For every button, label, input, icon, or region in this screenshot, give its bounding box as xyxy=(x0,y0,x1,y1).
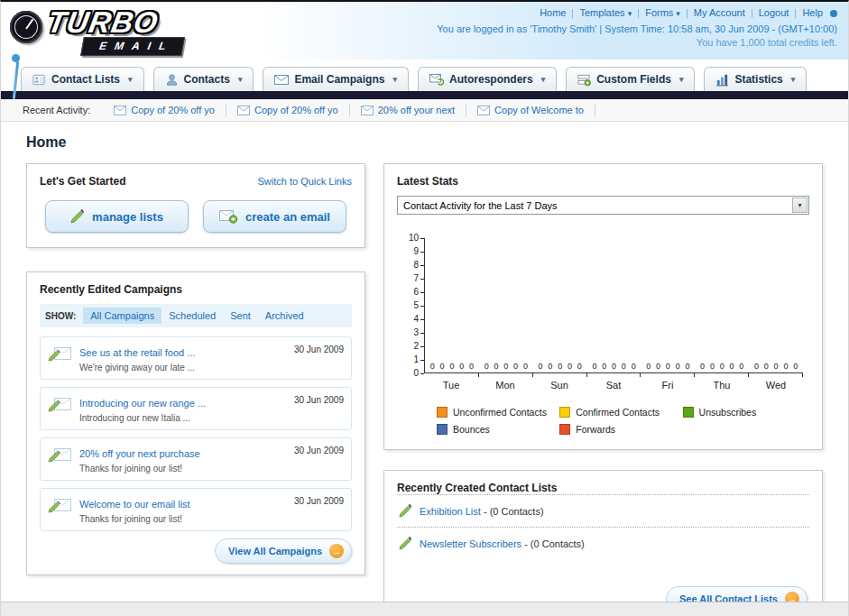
tab-archived[interactable]: Archived xyxy=(258,308,311,324)
pencil-icon xyxy=(70,209,85,224)
campaign-row[interactable]: Welcome to our email list Thanks for joi… xyxy=(40,488,352,531)
chart-y-tick: 7 xyxy=(413,274,424,283)
contact-list-row[interactable]: Newsletter Subscribers - (0 Contacts) xyxy=(397,527,809,559)
chevron-down-icon: ▾ xyxy=(238,75,243,84)
chart-slot: 00000 xyxy=(749,238,803,372)
campaign-text: See us at the retail food ... We're givi… xyxy=(79,344,287,372)
tab-sent[interactable]: Sent xyxy=(223,308,258,324)
campaign-subtitle: Thanks for joining our list! xyxy=(79,464,287,473)
speedometer-icon xyxy=(10,11,42,43)
nav-tab-label: Email Campaigns xyxy=(294,73,384,86)
decorative-dot xyxy=(830,10,837,17)
chevron-down-icon: ▾ xyxy=(128,75,133,84)
chart-x-label: Sat xyxy=(586,373,641,391)
left-column: Let's Get Started Switch to Quick Links … xyxy=(26,163,365,575)
chart-slot: 00000 xyxy=(695,238,749,372)
activity-link[interactable]: Copy of 20% off yo xyxy=(131,105,215,115)
tab-all-campaigns[interactable]: All Campaigns xyxy=(83,308,161,324)
top-link-help[interactable]: Help xyxy=(802,7,823,18)
campaign-subtitle: Introducing our new Italia ... xyxy=(79,413,287,423)
campaign-date: 30 Jun 2009 xyxy=(294,495,344,506)
contact-list-link[interactable]: Exhibition List xyxy=(420,506,481,517)
switch-quick-links-link[interactable]: Switch to Quick Links xyxy=(257,176,352,187)
legend-label: Bounces xyxy=(453,424,490,435)
nav-tab-label: Custom Fields xyxy=(596,73,671,86)
nav-divider-bar xyxy=(1,91,848,99)
legend-label: Unsubscribes xyxy=(699,407,757,418)
nav-tab-custom-fields[interactable]: Custom Fields ▾ xyxy=(566,67,695,91)
legend-item: Bounces xyxy=(437,424,559,435)
top-link-home[interactable]: Home xyxy=(540,7,566,18)
login-info: You are logged in as 'Timothy Smith' | S… xyxy=(437,23,837,34)
chart-y-tick: 4 xyxy=(413,315,424,324)
nav-tab-label: Contacts xyxy=(184,73,230,86)
activity-item: Copy of 20% off yo xyxy=(103,104,226,117)
chart-x-label: Mon xyxy=(478,373,532,391)
page-footer xyxy=(1,602,848,616)
top-link-logout[interactable]: Logout xyxy=(759,7,789,18)
campaign-title-link[interactable]: 20% off your next purchase xyxy=(79,448,200,459)
chevron-down-icon: ▾ xyxy=(628,9,632,18)
chart-slot: 00000 xyxy=(425,238,479,372)
custom-fields-icon xyxy=(577,73,591,87)
chart-y-tick: 1 xyxy=(413,355,424,364)
campaign-filter-tabs: SHOW: All Campaigns Scheduled Sent Archi… xyxy=(40,304,352,327)
campaign-subtitle: Thanks for joining our list! xyxy=(79,514,287,524)
stats-range-value: Contact Activity for the Last 7 Days xyxy=(403,200,558,211)
activity-item: Copy of Welcome to xyxy=(466,104,595,117)
chart-y-tick: 6 xyxy=(413,288,424,297)
manage-lists-button[interactable]: manage lists xyxy=(45,200,189,233)
tab-scheduled[interactable]: Scheduled xyxy=(161,308,223,324)
nav-tab-autoresponders[interactable]: Autoresponders ▾ xyxy=(418,67,557,91)
chart-x-label: Tue xyxy=(424,373,478,391)
contact-list-link[interactable]: Newsletter Subscribers xyxy=(420,538,521,549)
campaign-title-link[interactable]: See us at the retail food ... xyxy=(79,347,195,358)
main-nav: Contact Lists ▾ Contacts ▾ Email Campaig… xyxy=(1,60,848,91)
chart-slot: 00000 xyxy=(533,238,587,372)
create-email-button[interactable]: create an email xyxy=(203,200,346,233)
divider xyxy=(752,9,752,18)
chart-slot: 00000 xyxy=(641,238,695,372)
campaign-text: Welcome to our email list Thanks for joi… xyxy=(79,495,287,524)
header: TURBO EMAIL HomeTemplates▾Forms▾My Accou… xyxy=(1,2,848,60)
legend-swatch xyxy=(559,424,570,435)
recent-activity-bar: Recent Activity: Copy of 20% off yo Copy… xyxy=(1,99,848,122)
chevron-down-icon: ▾ xyxy=(392,75,397,84)
chart-slot: 00000 xyxy=(587,238,641,372)
nav-tab-statistics[interactable]: Statistics ▾ xyxy=(704,67,807,91)
stats-range-dropdown[interactable]: Contact Activity for the Last 7 Days ▾ xyxy=(397,196,809,215)
page-title: Home xyxy=(26,134,823,151)
activity-link[interactable]: Copy of Welcome to xyxy=(494,105,584,115)
chart-value-labels: 00000 xyxy=(479,363,533,371)
top-link-templates[interactable]: Templates▾ xyxy=(579,7,632,18)
get-started-panel: Let's Get Started Switch to Quick Links … xyxy=(26,163,365,248)
envelope-pencil-icon xyxy=(48,394,72,413)
campaign-row[interactable]: Introducing our new range ... Introducin… xyxy=(40,387,352,430)
campaign-row[interactable]: See us at the retail food ... We're givi… xyxy=(40,336,352,380)
top-link-my-account[interactable]: My Account xyxy=(694,7,745,18)
view-all-campaigns-button[interactable]: View All Campaigns → xyxy=(215,538,352,564)
nav-tab-email-campaigns[interactable]: Email Campaigns ▾ xyxy=(263,67,409,91)
legend-label: Forwards xyxy=(576,424,615,435)
latest-stats-title: Latest Stats xyxy=(397,175,809,188)
contact-list-count: - (0 Contacts) xyxy=(521,538,585,549)
nav-tab-contact-lists[interactable]: Contact Lists ▾ xyxy=(21,67,144,91)
nav-tab-contacts[interactable]: Contacts ▾ xyxy=(153,67,254,91)
logo-text-email: EMAIL xyxy=(80,37,185,56)
activity-link[interactable]: 20% off your next xyxy=(378,105,455,115)
legend-swatch xyxy=(437,424,448,435)
logo-text-turbo: TURBO xyxy=(45,7,161,37)
show-label: SHOW: xyxy=(45,311,76,321)
activity-link[interactable]: Copy of 20% off yo xyxy=(254,105,338,115)
chart-y-axis: 109876543210 xyxy=(401,238,424,373)
main-content: Home Let's Get Started Switch to Quick L… xyxy=(1,122,848,616)
activity-item: 20% off your next xyxy=(350,104,466,117)
campaign-text: 20% off your next purchase Thanks for jo… xyxy=(79,445,287,473)
header-right: HomeTemplates▾Forms▾My AccountLogoutHelp… xyxy=(437,4,837,60)
campaign-row[interactable]: 20% off your next purchase Thanks for jo… xyxy=(40,437,352,481)
top-link-forms[interactable]: Forms▾ xyxy=(645,7,680,18)
campaign-title-link[interactable]: Welcome to our email list xyxy=(79,499,190,510)
divider xyxy=(572,9,573,18)
campaign-title-link[interactable]: Introducing our new range ... xyxy=(79,398,206,409)
contact-list-row[interactable]: Exhibition List - (0 Contacts) xyxy=(397,494,809,527)
